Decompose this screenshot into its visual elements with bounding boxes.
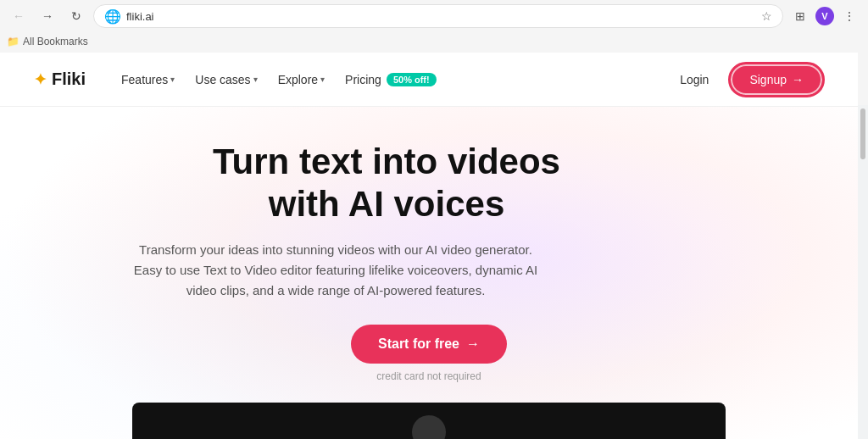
url-text: fliki.ai <box>126 10 756 23</box>
logo-text: Fliki <box>52 69 86 89</box>
nav-use-cases-label: Use cases <box>195 73 250 86</box>
site-icon: 🌐 <box>104 8 121 25</box>
nav-links: Features ▾ Use cases ▾ Explore ▾ Pricing… <box>113 68 670 92</box>
profile-avatar[interactable]: V <box>815 7 834 25</box>
scrollbar[interactable] <box>858 105 868 439</box>
signup-highlight: Signup → <box>729 63 824 97</box>
main-page: ✦ Fliki Features ▾ Use cases ▾ Explore ▾… <box>0 53 858 439</box>
nav-pricing-label: Pricing <box>345 73 381 86</box>
logo[interactable]: ✦ Fliki <box>34 69 86 89</box>
nav-explore-label: Explore <box>278 73 318 86</box>
logo-star-icon: ✦ <box>34 70 47 89</box>
signup-label: Signup <box>749 73 787 86</box>
login-button[interactable]: Login <box>670 68 719 92</box>
nav-pricing[interactable]: Pricing 50% off! <box>337 68 445 92</box>
chevron-down-icon: ▾ <box>170 75 175 84</box>
hero-section: Turn text into videos with AI voices Tra… <box>0 107 858 439</box>
nav-right: Login Signup → <box>670 63 824 97</box>
forward-button[interactable]: → <box>36 4 59 28</box>
bookmarks-label: All Bookmarks <box>23 36 88 47</box>
hero-content: Turn text into videos with AI voices Tra… <box>132 141 726 439</box>
bookmark-star-icon[interactable]: ☆ <box>761 9 772 23</box>
scrollbar-thumb[interactable] <box>860 108 865 159</box>
browser-chrome: ← → ↻ 🌐 fliki.ai ☆ ⊞ V ⋮ 📁 All Bookmarks <box>0 0 868 53</box>
cta-label: Start for free <box>378 336 459 352</box>
chevron-down-icon: ▾ <box>253 75 258 84</box>
hero-subtitle: Transform your ideas into stunning video… <box>132 240 539 301</box>
nav-use-cases[interactable]: Use cases ▾ <box>186 68 265 92</box>
hero-title: Turn text into videos with AI voices <box>132 141 641 226</box>
navbar: ✦ Fliki Features ▾ Use cases ▾ Explore ▾… <box>0 53 858 107</box>
menu-button[interactable]: ⋮ <box>837 4 861 28</box>
chevron-down-icon: ▾ <box>320 75 325 84</box>
signup-button[interactable]: Signup → <box>732 66 821 93</box>
nav-explore[interactable]: Explore ▾ <box>270 68 333 92</box>
address-bar[interactable]: 🌐 fliki.ai ☆ <box>93 4 783 28</box>
pricing-discount-badge: 50% off! <box>387 73 437 86</box>
back-button[interactable]: ← <box>7 4 31 28</box>
bookmarks-folder-icon: 📁 <box>7 36 19 47</box>
credit-note: credit card not required <box>132 370 726 382</box>
hero-title-line2: with AI voices <box>269 184 505 224</box>
reload-button[interactable]: ↻ <box>64 4 88 28</box>
cta-start-free-button[interactable]: Start for free → <box>351 325 507 364</box>
nav-features-label: Features <box>121 73 168 86</box>
signup-arrow-icon: → <box>792 73 804 86</box>
nav-features[interactable]: Features ▾ <box>113 68 183 92</box>
extensions-button[interactable]: ⊞ <box>788 4 812 28</box>
cta-arrow-icon: → <box>466 336 480 352</box>
video-preview <box>132 403 726 439</box>
hero-title-line1: Turn text into videos <box>213 142 560 181</box>
